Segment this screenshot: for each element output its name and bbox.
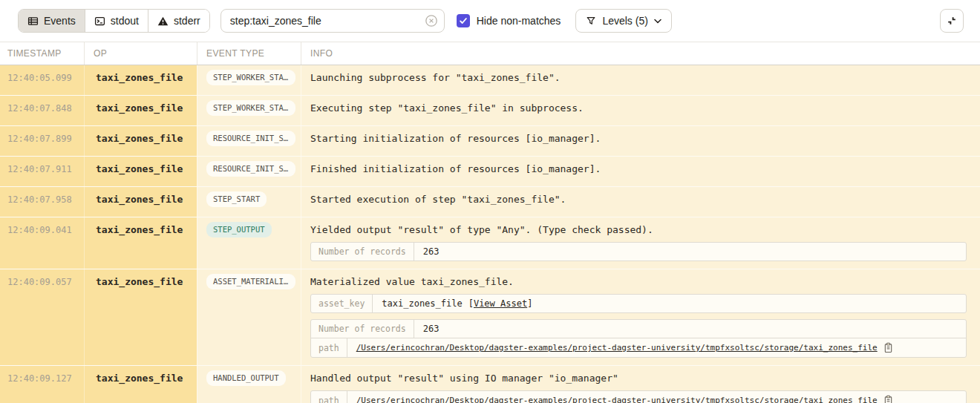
metadata-row: path/Users/erincochran/Desktop/dagster-e… — [311, 391, 966, 403]
op-cell: taxi_zones_file — [84, 126, 197, 156]
timestamp-cell: 12:40:09.057 — [0, 269, 84, 365]
warning-icon — [157, 16, 169, 27]
timestamp-cell: 12:40:09.041 — [0, 217, 84, 269]
column-header-event-type[interactable]: EVENT TYPE — [197, 42, 301, 65]
log-message: Finished initialization of resources [io… — [310, 163, 971, 175]
op-cell: taxi_zones_file — [84, 187, 197, 217]
op-cell: taxi_zones_file — [84, 366, 197, 403]
metadata-value-text: 263 — [423, 246, 440, 257]
metadata-value-text: taxi_zones_file — [382, 298, 462, 309]
hide-non-matches-toggle[interactable]: Hide non-matches — [457, 14, 561, 27]
event-type-badge: RESOURCE_INIT_SUCC… — [206, 161, 295, 177]
table-row[interactable]: 12:40:05.099taxi_zones_fileSTEP_WORKER_S… — [0, 65, 980, 96]
metadata-label: path — [311, 338, 347, 357]
checkbox-checked-icon[interactable] — [457, 14, 470, 27]
timestamp-cell: 12:40:07.899 — [0, 126, 84, 156]
log-message: Executing step "taxi_zones_file" in subp… — [310, 102, 971, 114]
event-type-cell: HANDLED_OUTPUT — [197, 366, 301, 403]
info-cell: Yielded output "result" of type "Any". (… — [301, 217, 980, 269]
metadata-label: path — [311, 391, 347, 403]
metadata-value: /Users/erincochran/Desktop/dagster-examp… — [347, 338, 902, 357]
table-row[interactable]: 12:40:09.127taxi_zones_fileHANDLED_OUTPU… — [0, 366, 980, 403]
timestamp-cell: 12:40:09.127 — [0, 366, 84, 403]
path-link[interactable]: /Users/erincochran/Desktop/dagster-examp… — [356, 396, 878, 403]
event-type-cell: ASSET_MATERIALIZAT… — [197, 269, 301, 365]
metadata-value: 263 — [414, 320, 448, 338]
event-type-cell: STEP_START — [197, 187, 301, 217]
event-type-badge: STEP_WORKER_STARTI… — [206, 70, 295, 85]
table-row[interactable]: 12:40:09.041taxi_zones_fileSTEP_OUTPUTYi… — [0, 217, 980, 269]
op-cell: taxi_zones_file — [84, 157, 197, 186]
metadata-row: Number of records263 — [311, 243, 966, 261]
event-type-badge: STEP_START — [206, 191, 267, 207]
metadata-value: taxi_zones_file[View Asset] — [373, 295, 541, 312]
table-row[interactable]: 12:40:09.057taxi_zones_fileASSET_MATERIA… — [0, 269, 980, 366]
column-header-info[interactable]: INFO — [301, 42, 980, 65]
info-cell: Starting initialization of resources [io… — [301, 126, 980, 156]
collapse-icon — [946, 15, 958, 27]
metadata-row: path/Users/erincochran/Desktop/dagster-e… — [311, 338, 966, 357]
timestamp-cell: 12:40:05.099 — [0, 65, 84, 95]
log-rows-container: 12:40:05.099taxi_zones_fileSTEP_WORKER_S… — [0, 65, 980, 403]
event-type-cell: STEP_WORKER_STARTED — [197, 96, 301, 125]
table-row[interactable]: 12:40:07.899taxi_zones_fileRESOURCE_INIT… — [0, 126, 980, 157]
column-header-op[interactable]: OP — [84, 42, 197, 65]
table-row[interactable]: 12:40:07.911taxi_zones_fileRESOURCE_INIT… — [0, 157, 980, 187]
column-header-timestamp[interactable]: TIMESTAMP — [0, 42, 84, 65]
event-type-cell: RESOURCE_INIT_SUCC… — [197, 157, 301, 186]
chevron-down-icon — [654, 19, 662, 24]
info-cell: Materialized value taxi_zones_file.asset… — [301, 269, 980, 365]
table-row[interactable]: 12:40:07.848taxi_zones_fileSTEP_WORKER_S… — [0, 96, 980, 126]
metadata-label: asset_key — [311, 295, 373, 312]
info-cell: Executing step "taxi_zones_file" in subp… — [301, 96, 980, 125]
info-cell: Started execution of step "taxi_zones_fi… — [301, 187, 980, 217]
op-cell: taxi_zones_file — [84, 65, 197, 95]
event-type-badge: HANDLED_OUTPUT — [206, 370, 286, 386]
log-message: Starting initialization of resources [io… — [310, 133, 971, 145]
metadata-row: asset_keytaxi_zones_file[View Asset] — [311, 295, 966, 312]
info-cell: Launching subprocess for "taxi_zones_fil… — [301, 65, 980, 95]
log-toolbar: Events stdout stderr Hide non-matches — [0, 0, 980, 42]
event-type-badge: STEP_WORKER_STARTED — [206, 100, 295, 116]
log-message: Yielded output "result" of type "Any". (… — [310, 224, 971, 236]
op-cell: taxi_zones_file — [84, 269, 197, 365]
table-icon — [27, 16, 39, 27]
collapse-panel-button[interactable] — [940, 9, 964, 33]
metadata-value-text: 263 — [423, 324, 440, 334]
tab-events[interactable]: Events — [19, 10, 85, 32]
hide-non-matches-label: Hide non-matches — [477, 15, 561, 27]
filter-icon — [586, 16, 596, 26]
clear-search-icon[interactable] — [425, 14, 438, 27]
view-asset-link[interactable]: View Asset — [474, 298, 527, 309]
info-cell: Handled output "result" using IO manager… — [301, 366, 980, 403]
event-type-badge: RESOURCE_INIT_STAR… — [206, 131, 295, 146]
tab-stdout[interactable]: stdout — [85, 10, 148, 32]
event-type-badge: ASSET_MATERIALIZAT… — [206, 274, 295, 289]
copy-icon[interactable] — [883, 342, 893, 353]
levels-label: Levels (5) — [602, 15, 647, 27]
metadata-table: asset_keytaxi_zones_file[View Asset] — [310, 294, 967, 313]
metadata-label: Number of records — [311, 320, 414, 338]
log-message: Materialized value taxi_zones_file. — [310, 276, 971, 288]
log-filter-input[interactable] — [220, 9, 445, 33]
log-message: Started execution of step "taxi_zones_fi… — [310, 194, 971, 206]
metadata-row: Number of records263 — [311, 320, 966, 338]
info-cell: Finished initialization of resources [io… — [301, 157, 980, 186]
event-type-cell: RESOURCE_INIT_STAR… — [197, 126, 301, 156]
metadata-table: Number of records263 — [310, 242, 967, 261]
timestamp-cell: 12:40:07.958 — [0, 187, 84, 217]
tab-label: Events — [44, 15, 76, 27]
metadata-label: Number of records — [311, 243, 414, 261]
path-link[interactable]: /Users/erincochran/Desktop/dagster-examp… — [356, 343, 878, 353]
view-asset-link-wrapper: [View Asset] — [468, 298, 533, 309]
view-tabs: Events stdout stderr — [18, 9, 210, 33]
tab-label: stderr — [174, 15, 200, 27]
copy-icon[interactable] — [883, 395, 893, 403]
metadata-value: /Users/erincochran/Desktop/dagster-examp… — [347, 391, 902, 403]
tab-label: stdout — [111, 15, 139, 27]
table-row[interactable]: 12:40:07.958taxi_zones_fileSTEP_STARTSta… — [0, 187, 980, 217]
tab-stderr[interactable]: stderr — [148, 10, 209, 32]
log-filter — [220, 9, 445, 33]
event-log-table: TIMESTAMP OP EVENT TYPE INFO 12:40:05.09… — [0, 42, 980, 403]
levels-dropdown[interactable]: Levels (5) — [575, 9, 671, 33]
